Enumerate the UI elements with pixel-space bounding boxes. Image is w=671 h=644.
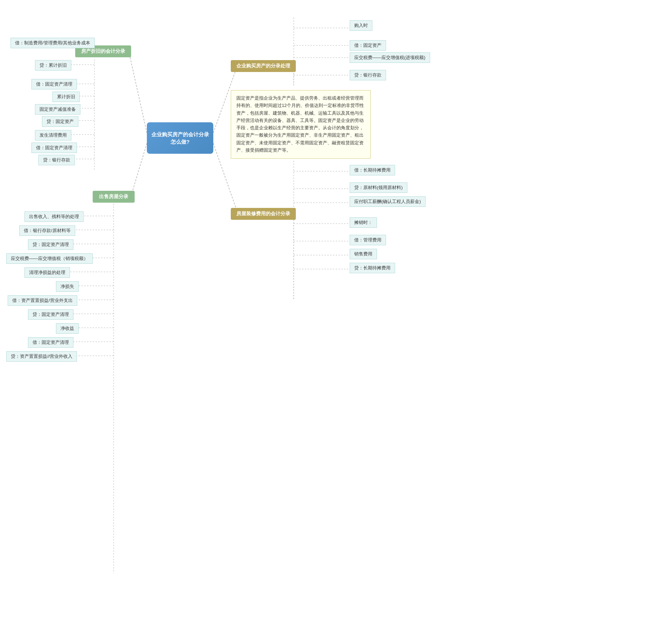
lb1-node-8: 贷：银行存款 — [38, 155, 75, 165]
left-branch1-title: 房产折旧的会计分录 — [81, 48, 125, 55]
rb2-node-3: 摊销时： — [350, 217, 377, 228]
lb1-node-4: 固定资产减值准备 — [35, 104, 80, 115]
lb1-node-5: 贷：固定资产 — [42, 116, 78, 127]
rb1-node-3: 贷：银行存款 — [350, 70, 386, 80]
right-branch2-title: 房屋装修费用的会计分录 — [236, 211, 290, 217]
rb2-node-1: 贷：原材料(领用原材料) — [350, 182, 407, 193]
rb1-node-1: 借：固定资产 — [350, 40, 386, 51]
info-text: 固定资产是指企业为生产产品、提供劳务、出租或者经营管理而持有的、使用时间超过12… — [236, 96, 364, 153]
center-label: 企业购买房产的会计分录 怎么做? — [151, 131, 209, 145]
lb2-node-10: 贷：资产置置损益//营业外收入 — [6, 351, 77, 362]
rb2-node-4: 借：管理费用 — [350, 235, 386, 245]
right-branch1-title: 企业购买房产的分录处理 — [236, 63, 290, 69]
lb2-node-5: 净损失 — [56, 281, 79, 292]
svg-line-0 — [129, 54, 147, 133]
rb2-node-6: 贷：长期待摊费用 — [350, 263, 395, 273]
lb2-node-8: 净收益 — [56, 323, 79, 334]
right-branch1-label: 企业购买房产的分录处理 — [231, 60, 296, 72]
center-node: 企业购买房产的会计分录 怎么做? — [147, 122, 213, 154]
lb1-node-2: 借：固定资产清理 — [31, 79, 77, 89]
right-branch2-label: 房屋装修费用的会计分录 — [231, 208, 296, 220]
lb2-node-1: 借：银行存款/原材料等 — [19, 225, 75, 236]
left-branch2-label: 出售房屋分录 — [93, 191, 135, 203]
lb2-node-2: 贷：固定资产清理 — [28, 239, 73, 250]
lb2-node-4: 清理净损益的处理 — [24, 267, 70, 278]
lb1-node-1: 贷：累计折旧 — [35, 60, 71, 71]
svg-line-1 — [131, 143, 147, 196]
lb2-node-7: 贷：固定资产清理 — [28, 309, 73, 320]
lb2-node-0: 出售收入、残料等的处理 — [24, 211, 84, 222]
lb2-node-9: 借：固定资产清理 — [28, 337, 73, 348]
rb2-node-0: 借：长期待摊费用 — [350, 165, 395, 175]
rb2-node-5: 销售费用 — [350, 249, 377, 259]
rb1-node-0: 购入时 — [350, 20, 372, 31]
lb2-node-6: 借：资产置置损益/营业外支出 — [8, 295, 77, 306]
lb1-node-3: 累计折旧 — [52, 92, 80, 102]
left-branch2-title: 出售房屋分录 — [99, 194, 128, 200]
lb1-node-6: 发生清理费用 — [35, 130, 71, 140]
info-box: 固定资产是指企业为生产产品、提供劳务、出租或者经营管理而持有的、使用时间超过12… — [231, 90, 371, 159]
lb1-node-7: 借：固定资产清理 — [31, 143, 77, 153]
lb2-node-3: 应交税费——应交增值税（销项税额） — [6, 253, 93, 264]
rb2-node-2: 应付职工薪酬(确认工程人员薪金) — [350, 196, 426, 207]
rb1-node-2: 应交税费——应交增值税(进项税额) — [350, 52, 430, 63]
lb1-node-0: 借：制造费用/管理费用/其他业务成本 — [10, 38, 95, 48]
